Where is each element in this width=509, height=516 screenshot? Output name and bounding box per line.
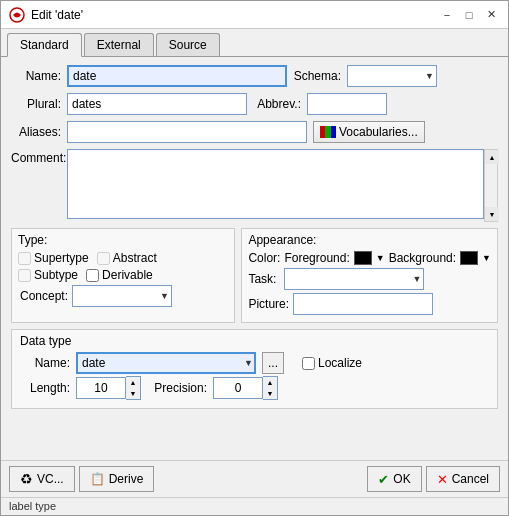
length-spinner: ▲ ▼: [76, 376, 141, 400]
dt-browse-button[interactable]: ...: [262, 352, 284, 374]
concept-row: Concept: ▼: [18, 285, 228, 307]
precision-input[interactable]: [213, 377, 263, 399]
derive-label: Derive: [109, 472, 144, 486]
localize-label[interactable]: Localize: [302, 356, 362, 370]
dt-name-select[interactable]: date string integer float boolean: [76, 352, 256, 374]
task-label: Task:: [248, 272, 280, 286]
tab-source[interactable]: Source: [156, 33, 220, 56]
bottom-left-buttons: ♻ VC... 📋 Derive: [9, 466, 154, 492]
precision-down-button[interactable]: ▼: [263, 388, 277, 399]
tab-external[interactable]: External: [84, 33, 154, 56]
tab-standard[interactable]: Standard: [7, 33, 82, 57]
precision-spinner-buttons: ▲ ▼: [263, 376, 278, 400]
supertype-label[interactable]: Supertype: [18, 251, 89, 265]
aliases-input[interactable]: [67, 121, 307, 143]
localize-checkbox[interactable]: [302, 357, 315, 370]
cancel-button[interactable]: ✕ Cancel: [426, 466, 500, 492]
comment-scrollbar: ▲ ▼: [484, 149, 498, 222]
titlebar: Edit 'date' − □ ✕: [1, 1, 508, 29]
status-bar: label type: [1, 497, 508, 515]
ok-label: OK: [393, 472, 410, 486]
aliases-label: Aliases:: [11, 125, 61, 139]
background-swatch[interactable]: [460, 251, 478, 265]
picture-row: Picture:: [248, 293, 491, 315]
form-content: Name: Schema: ▼ Plural: Abbrev.: Aliases…: [1, 57, 508, 460]
length-label: Length:: [20, 381, 70, 395]
abstract-label[interactable]: Abstract: [97, 251, 157, 265]
appearance-section: Appearance: Color: Foreground: ▼ Backgro…: [241, 228, 498, 323]
type-checkboxes-row2: Subtype Derivable: [18, 268, 228, 282]
schema-select[interactable]: [347, 65, 437, 87]
length-spinner-buttons: ▲ ▼: [126, 376, 141, 400]
task-wrapper: ▼: [284, 268, 424, 290]
datatype-length-row: Length: ▲ ▼ Precision: ▲ ▼: [20, 376, 489, 400]
picture-input[interactable]: [293, 293, 433, 315]
vc-button[interactable]: ♻ VC...: [9, 466, 75, 492]
concept-select[interactable]: [72, 285, 172, 307]
cancel-icon: ✕: [437, 472, 448, 487]
name-input[interactable]: [67, 65, 287, 87]
schema-label: Schema:: [293, 69, 341, 83]
type-checkboxes-row1: Supertype Abstract: [18, 251, 228, 265]
status-text: label type: [9, 500, 56, 512]
color-row: Color: Foreground: ▼ Background: ▼: [248, 251, 491, 265]
background-label: Background:: [389, 251, 456, 265]
foreground-swatch[interactable]: [354, 251, 372, 265]
type-appear-sections: Type: Supertype Abstract Subtype: [11, 228, 498, 323]
comment-textarea[interactable]: [67, 149, 484, 219]
plural-label: Plural:: [11, 97, 61, 111]
length-up-button[interactable]: ▲: [126, 377, 140, 388]
task-select[interactable]: [284, 268, 424, 290]
fg-arrow-icon[interactable]: ▼: [376, 253, 385, 263]
cancel-label: Cancel: [452, 472, 489, 486]
appearance-title: Appearance:: [248, 233, 491, 247]
type-section: Type: Supertype Abstract Subtype: [11, 228, 235, 323]
name-row: Name: Schema: ▼: [11, 65, 498, 87]
subtype-checkbox[interactable]: [18, 269, 31, 282]
plural-input[interactable]: [67, 93, 247, 115]
vocabularies-button[interactable]: Vocabularies...: [313, 121, 425, 143]
main-window: Edit 'date' − □ ✕ Standard External Sour…: [0, 0, 509, 516]
length-input[interactable]: [76, 377, 126, 399]
comment-label: Comment:: [11, 151, 61, 165]
vocab-icon: [320, 126, 336, 138]
ok-button[interactable]: ✔ OK: [367, 466, 421, 492]
titlebar-buttons: − □ ✕: [438, 6, 500, 24]
plural-row: Plural: Abbrev.:: [11, 93, 498, 115]
vocab-button-label: Vocabularies...: [339, 125, 418, 139]
ok-icon: ✔: [378, 472, 389, 487]
precision-up-button[interactable]: ▲: [263, 377, 277, 388]
vc-icon: ♻: [20, 471, 33, 487]
bg-arrow-icon[interactable]: ▼: [482, 253, 491, 263]
subtype-label[interactable]: Subtype: [18, 268, 78, 282]
comment-row: Comment: ▲ ▼: [11, 149, 498, 222]
bottom-right-buttons: ✔ OK ✕ Cancel: [367, 466, 500, 492]
precision-label: Precision:: [147, 381, 207, 395]
comment-wrapper: ▲ ▼: [67, 149, 498, 222]
derive-button[interactable]: 📋 Derive: [79, 466, 155, 492]
datatype-title: Data type: [20, 334, 489, 348]
aliases-row: Aliases: Vocabularies...: [11, 121, 498, 143]
precision-spinner: ▲ ▼: [213, 376, 278, 400]
dt-name-wrapper: date string integer float boolean ▼: [76, 352, 256, 374]
scroll-down-button[interactable]: ▼: [485, 207, 499, 221]
maximize-button[interactable]: □: [460, 6, 478, 24]
scroll-up-button[interactable]: ▲: [485, 150, 499, 164]
derive-icon: 📋: [90, 472, 105, 486]
derivable-label[interactable]: Derivable: [86, 268, 153, 282]
supertype-checkbox[interactable]: [18, 252, 31, 265]
schema-wrapper: ▼: [347, 65, 437, 87]
abstract-checkbox[interactable]: [97, 252, 110, 265]
abbrev-input[interactable]: [307, 93, 387, 115]
close-button[interactable]: ✕: [482, 6, 500, 24]
concept-label: Concept:: [18, 289, 68, 303]
titlebar-left: Edit 'date': [9, 7, 83, 23]
length-down-button[interactable]: ▼: [126, 388, 140, 399]
type-title: Type:: [18, 233, 228, 247]
bottom-bar: ♻ VC... 📋 Derive ✔ OK ✕ Cancel: [1, 460, 508, 497]
scroll-track: [485, 164, 497, 207]
minimize-button[interactable]: −: [438, 6, 456, 24]
derivable-checkbox[interactable]: [86, 269, 99, 282]
name-label: Name:: [11, 69, 61, 83]
abbrev-label: Abbrev.:: [253, 97, 301, 111]
